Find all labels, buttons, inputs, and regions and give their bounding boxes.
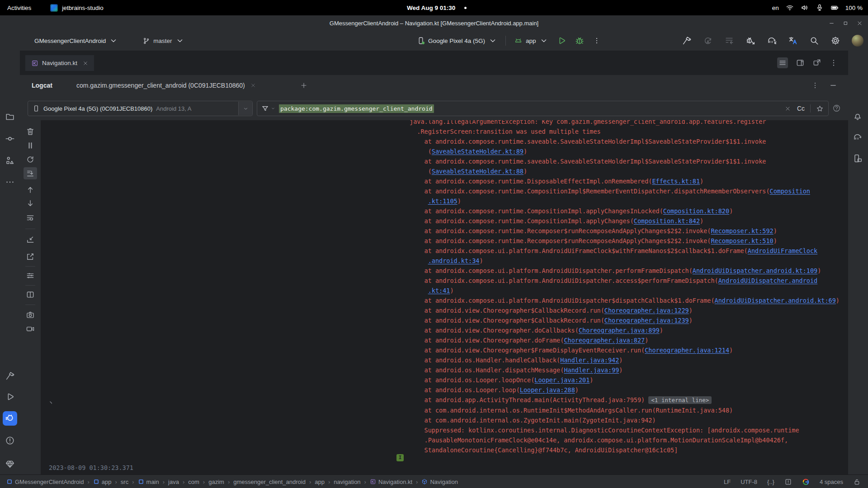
minimize-icon[interactable] [829,20,835,26]
close-icon[interactable] [857,20,863,26]
split-panel-icon[interactable] [26,290,35,299]
gradle-sync-icon[interactable] [767,36,777,46]
logcat-cat-icon[interactable] [3,411,17,426]
close-logcat-tab-icon[interactable] [250,83,256,88]
main-menu-icon[interactable] [6,36,16,46]
screen-record-icon[interactable] [26,324,35,333]
stack-trace-link[interactable]: SaveableStateHolder.kt:88 [432,168,524,175]
screenshot-icon[interactable] [26,310,35,319]
breadcrumb-item[interactable]: src [121,479,128,485]
breadcrumb-item[interactable]: navigation [334,479,360,485]
configure-logcat-icon[interactable] [26,271,35,280]
tab-list-icon[interactable] [777,57,788,68]
build-hammer-icon[interactable] [5,371,15,381]
breadcrumb-item[interactable]: main [138,479,159,485]
stack-trace-link[interactable]: AndroidUiDispatcher.android [718,277,817,284]
breadcrumb-item[interactable]: app [315,479,325,485]
device-selector[interactable]: Google Pixel 4a (5G) [417,36,497,45]
stack-trace-link[interactable]: .android.kt:34 [428,257,480,264]
help-icon[interactable] [832,104,841,113]
breadcrumb-item[interactable]: app [93,479,112,485]
filter-query-selected-text[interactable]: package:com.gazim.gmessenger_client_andr… [279,104,434,113]
device-selector-chevron[interactable] [238,102,252,115]
logcat-options-kebab-icon[interactable] [811,81,819,89]
line-ending-indicator[interactable]: LF [724,479,731,485]
gradle-icon[interactable] [853,132,863,142]
stack-trace-link[interactable]: Looper.java:201 [534,376,590,384]
run-icon[interactable] [557,36,566,46]
favorite-star-icon[interactable] [816,105,824,113]
logcat-filter-input[interactable]: package:com.gazim.gmessenger_client_andr… [257,101,829,116]
internal-lines-badge[interactable]: <1 internal line> [648,396,712,404]
search-icon[interactable] [809,36,819,46]
notifications-bell-icon[interactable] [853,111,863,121]
stack-trace-link[interactable]: Handler.java:942 [560,357,619,364]
import-logs-icon[interactable] [26,235,35,244]
logcat-device-selector[interactable]: Google Pixel 4a (5G) (0C091JECB10860) An… [28,101,253,116]
stack-trace-link[interactable]: Choreographer.java:1239 [604,317,689,324]
stack-trace-link[interactable]: Composition [770,188,810,195]
stack-trace-link[interactable]: .kt:41 [428,287,450,294]
stack-trace-link[interactable]: Recomposer.kt:510 [711,237,773,244]
stack-trace-link[interactable]: Choreographer.java:827 [564,337,645,344]
stack-trace-link[interactable]: AndroidUiFrameClock [748,247,817,254]
maximize-icon[interactable] [843,20,849,26]
stack-trace-link[interactable]: .kt:1105 [428,197,458,205]
hide-panel-icon[interactable] [829,81,837,89]
running-devices-icon[interactable] [853,154,863,164]
run-configuration-selector[interactable]: app [514,36,548,45]
stack-trace-link[interactable]: Choreographer.java:899 [579,327,660,334]
app-quality-insights-icon[interactable] [5,459,15,469]
translate-icon[interactable] [788,36,798,46]
google-icon[interactable] [802,478,810,486]
focused-app-menu[interactable]: jetbrains-studio [50,4,104,12]
open-in-window-icon[interactable] [812,58,821,67]
stack-trace-link[interactable]: Composition.kt:842 [634,217,700,225]
attach-debugger-icon[interactable] [745,36,755,46]
breadcrumb-item[interactable]: GMessengerClientAndroid [6,479,84,485]
breadcrumb-item[interactable]: gazim [208,479,224,485]
scroll-to-end-icon[interactable] [26,169,35,178]
todo-icon[interactable] [784,478,792,486]
export-logs-icon[interactable] [26,252,35,261]
breadcrumb-item[interactable]: com [188,479,199,485]
editor-tab-navigation-kt[interactable]: Navigation.kt [25,55,94,71]
breadcrumb-item[interactable]: Navigation [421,479,458,485]
stack-trace-link[interactable]: SaveableStateHolder.kt:89 [432,148,524,155]
stack-trace-link[interactable]: Choreographer.java:1229 [604,307,689,314]
split-editor-icon[interactable] [796,58,805,67]
stack-trace-link[interactable]: Recomposer.kt:592 [711,227,773,235]
encoding-indicator[interactable]: UTF-8 [741,479,757,485]
more-tool-windows-icon[interactable] [5,177,15,187]
breadcrumb-item[interactable]: Navigation.kt [370,479,412,485]
close-tab-icon[interactable] [83,61,88,66]
stack-trace-link[interactable]: Effects.kt:81 [652,178,700,185]
breadcrumb-item[interactable]: java [168,479,179,485]
logcat-output[interactable]: java.lang.IllegalArgumentException: Key … [41,120,848,474]
branch-selector[interactable]: master [142,36,184,45]
keyboard-layout-indicator[interactable]: en [772,5,779,11]
clear-logcat-trash-icon[interactable] [26,127,35,136]
more-run-options-icon[interactable] [593,36,601,46]
clock-button[interactable]: Wed Aug 9 01:30 [407,0,467,15]
restart-logcat-icon[interactable] [26,155,35,164]
stack-trace-link[interactable]: Composition.kt:820 [663,207,729,215]
project-folder-icon[interactable] [5,112,15,122]
settings-gear-icon[interactable] [830,36,840,46]
pause-logcat-icon[interactable] [26,141,35,150]
stack-trace-link[interactable]: AndroidUiDispatcher.android.kt:109 [693,267,817,274]
avatar[interactable] [852,35,863,47]
editor-options-kebab-icon[interactable] [829,58,838,67]
stack-trace-link[interactable]: Handler.java:99 [564,366,619,374]
project-selector[interactable]: GMessengerClientAndroid [34,36,118,45]
stack-trace-link[interactable]: AndroidUiDispatcher.android.kt:69 [715,297,836,304]
structure-icon[interactable] [5,155,15,165]
clear-filter-icon[interactable] [785,106,791,112]
debug-icon[interactable] [575,36,585,46]
activities-button[interactable]: Activities [7,5,31,11]
new-logcat-tab-icon[interactable] [300,82,307,89]
commit-icon[interactable] [5,134,15,144]
stack-trace-link[interactable]: Choreographer.java:1214 [645,347,729,354]
next-occurrence-icon[interactable] [26,199,35,208]
funnel-icon[interactable] [261,105,269,113]
